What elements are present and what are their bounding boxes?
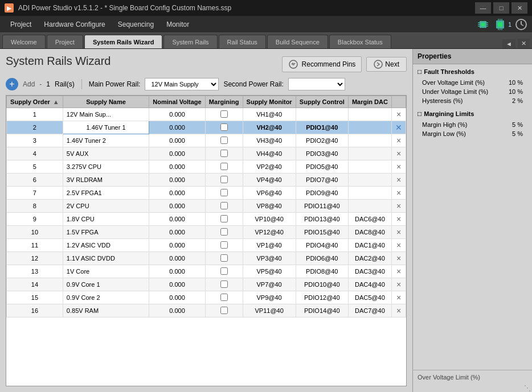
cell-margining[interactable] (205, 226, 243, 239)
tab-system-rails-wizard[interactable]: System Rails Wizard (84, 35, 163, 48)
delete-row-button[interactable]: ✕ (395, 123, 402, 132)
cell-delete[interactable]: × (392, 226, 406, 239)
table-row[interactable]: 140.9V Core 10.000VP7@40PDIO10@40DAC4@40… (7, 278, 406, 291)
margining-checkbox[interactable] (220, 189, 228, 196)
cell-delete[interactable]: × (392, 213, 406, 226)
cell-delete[interactable]: × (392, 134, 406, 147)
margining-checkbox[interactable] (220, 110, 228, 118)
cell-margining[interactable] (205, 174, 243, 187)
delete-row-button[interactable]: × (396, 254, 401, 263)
cell-delete[interactable]: × (392, 174, 406, 187)
menu-monitor[interactable]: Monitor (161, 18, 195, 31)
cell-margining[interactable] (205, 304, 243, 317)
main-power-rail-select[interactable]: 12V Main Supply (145, 78, 219, 90)
menu-sequencing[interactable]: Sequencing (112, 18, 159, 31)
table-row[interactable]: 112V Main Sup...0.000VH1@40× (7, 108, 406, 121)
minimize-button[interactable]: — (475, 2, 491, 14)
tab-blackbox-status[interactable]: Blackbox Status (329, 35, 391, 48)
delete-row-button[interactable]: × (396, 201, 401, 211)
table-row[interactable]: 63V RLDRAM0.000VP4@40PDIO7@40× (7, 174, 406, 187)
table-row[interactable]: 111.2V ASIC VDD0.000VP1@40PDIO4@40DAC1@4… (7, 239, 406, 252)
table-row[interactable]: 150.9V Core 20.000VP9@40PDIO12@40DAC5@40… (7, 291, 406, 304)
cell-delete[interactable]: × (392, 147, 406, 160)
margining-checkbox[interactable] (220, 294, 228, 301)
tab-system-rails[interactable]: System Rails (163, 35, 217, 48)
cell-margining[interactable] (205, 108, 243, 121)
recommend-pins-button[interactable]: Recommend Pins (282, 56, 362, 72)
table-row[interactable]: 31.46V Tuner 20.000VH3@40PDIO2@40× (7, 134, 406, 147)
delete-row-button[interactable]: × (396, 149, 401, 158)
table-row[interactable]: 45V AUX0.000VH4@40PDIO3@40× (7, 147, 406, 160)
delete-row-button[interactable]: × (396, 214, 401, 224)
margining-checkbox[interactable] (220, 215, 228, 222)
table-row[interactable]: 160.85V RAM0.000VP11@40PDIO14@40DAC7@40× (7, 304, 406, 317)
cell-delete[interactable]: ✕ (392, 121, 406, 134)
fault-thresholds-header[interactable]: □ Fault Thresholds (418, 68, 527, 76)
margining-checkbox[interactable] (220, 267, 228, 275)
delete-row-button[interactable]: × (396, 267, 401, 276)
cell-name[interactable] (63, 121, 149, 134)
delete-row-button[interactable]: × (396, 162, 401, 171)
margining-checkbox[interactable] (220, 137, 228, 144)
cell-margining[interactable] (205, 213, 243, 226)
table-row[interactable]: 53.275V CPU0.000VP2@40PDIO5@40× (7, 160, 406, 174)
tab-nav-left[interactable]: ◄ (502, 39, 515, 48)
delete-row-button[interactable]: × (396, 306, 401, 315)
tab-close[interactable]: ✕ (518, 39, 530, 48)
margining-checkbox[interactable] (220, 150, 228, 157)
delete-row-button[interactable]: × (396, 136, 401, 145)
cell-delete[interactable]: × (392, 252, 406, 265)
margining-checkbox[interactable] (220, 254, 228, 262)
cell-margining[interactable] (205, 187, 243, 200)
margining-checkbox[interactable] (220, 228, 228, 236)
margining-checkbox[interactable] (220, 123, 228, 131)
margining-checkbox[interactable] (220, 202, 228, 209)
table-row[interactable]: 131V Core0.000VP5@40PDIO8@40DAC3@40× (7, 265, 406, 278)
cell-delete[interactable]: × (392, 200, 406, 213)
tab-rail-status[interactable]: Rail Status (219, 35, 266, 48)
delete-row-button[interactable]: × (396, 188, 401, 197)
cell-margining[interactable] (205, 252, 243, 265)
delete-row-button[interactable]: × (396, 293, 401, 302)
delete-row-button[interactable]: × (396, 241, 401, 250)
cell-margining[interactable] (205, 291, 243, 304)
tab-project[interactable]: Project (47, 35, 83, 48)
margining-checkbox[interactable] (220, 176, 228, 183)
menu-hardware-configure[interactable]: Hardware Configure (38, 18, 111, 31)
cell-delete[interactable]: × (392, 291, 406, 304)
cell-margining[interactable] (205, 147, 243, 160)
menu-project[interactable]: Project (5, 18, 37, 31)
cell-margining[interactable] (205, 134, 243, 147)
resize-handle[interactable] (524, 384, 530, 390)
table-row[interactable]: 72.5V FPGA10.000VP6@40PDIO9@40× (7, 187, 406, 200)
cell-delete[interactable]: × (392, 160, 406, 174)
second-power-rail-select[interactable] (288, 78, 345, 90)
cell-margining[interactable] (205, 278, 243, 291)
tab-build-sequence[interactable]: Build Sequence (267, 35, 328, 48)
close-button[interactable]: ✕ (511, 2, 527, 14)
margining-limits-header[interactable]: □ Margining Limits (418, 110, 527, 118)
next-button[interactable]: Next (366, 57, 407, 72)
table-row[interactable]: 121.1V ASIC DVDD0.000VP3@40PDIO6@40DAC2@… (7, 252, 406, 265)
cell-margining[interactable] (205, 265, 243, 278)
table-row[interactable]: 82V CPU0.000VP8@40PDIO11@40× (7, 200, 406, 213)
cell-margining[interactable] (205, 121, 243, 134)
delete-row-button[interactable]: × (396, 110, 401, 119)
tab-welcome[interactable]: Welcome (2, 35, 46, 48)
cell-margining[interactable] (205, 160, 243, 174)
cell-margining[interactable] (205, 200, 243, 213)
margining-checkbox[interactable] (220, 241, 228, 249)
table-row[interactable]: 20.000VH2@40PDIO1@40✕ (7, 121, 406, 134)
delete-row-button[interactable]: × (396, 228, 401, 237)
cell-delete[interactable]: × (392, 187, 406, 200)
delete-row-button[interactable]: × (396, 280, 401, 289)
delete-row-button[interactable]: × (396, 175, 401, 184)
cell-delete[interactable]: × (392, 278, 406, 291)
cell-delete[interactable]: × (392, 108, 406, 121)
cell-delete[interactable]: × (392, 265, 406, 278)
cell-delete[interactable]: × (392, 304, 406, 317)
cell-margining[interactable] (205, 239, 243, 252)
add-button[interactable]: + (6, 78, 18, 90)
margining-checkbox[interactable] (220, 163, 228, 170)
cell-delete[interactable]: × (392, 239, 406, 252)
